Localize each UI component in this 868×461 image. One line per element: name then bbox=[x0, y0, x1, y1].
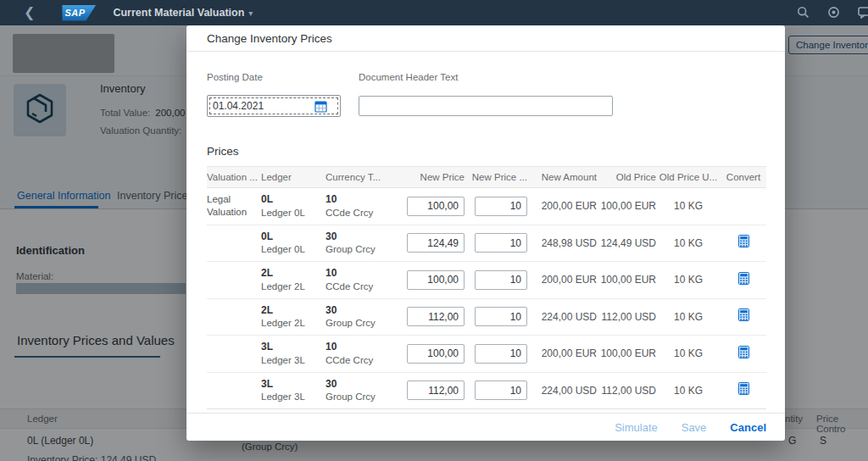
old-price: 124,49 USD bbox=[597, 237, 656, 249]
back-icon[interactable]: ❮ bbox=[24, 6, 35, 19]
col-old-price: Old Price bbox=[597, 172, 656, 182]
col-currency-type: Currency T... bbox=[326, 172, 398, 182]
new-price-unit-input[interactable] bbox=[475, 380, 527, 400]
save-button[interactable]: Save bbox=[682, 421, 707, 434]
valuation-area: Legal Valuation bbox=[207, 193, 261, 219]
col-new-price: New Price bbox=[398, 172, 465, 182]
new-amount: 200,00 EUR bbox=[527, 347, 597, 359]
currency-desc: CCde Crcy bbox=[326, 354, 398, 368]
old-price-unit: 10 KG bbox=[656, 237, 721, 249]
ledger-code: 0L bbox=[261, 192, 326, 206]
currency-type: 10 bbox=[326, 266, 398, 280]
change-inventory-prices-dialog: Change Inventory Prices Posting Date Doc… bbox=[186, 25, 785, 441]
col-valuation: Valuation ... bbox=[207, 172, 261, 182]
dialog-footer: Simulate Save Cancel bbox=[186, 413, 785, 441]
currency-type: 30 bbox=[326, 303, 398, 317]
chat-icon[interactable] bbox=[858, 6, 868, 19]
col-new-amount: New Amount bbox=[527, 172, 597, 182]
ledger-code: 3L bbox=[261, 340, 326, 353]
new-price-unit-input[interactable] bbox=[475, 344, 527, 364]
new-price-unit-input[interactable] bbox=[475, 233, 527, 253]
price-row: 3LLedger 3L 30Group Crcy 224,00 USD 112,… bbox=[207, 373, 766, 410]
simulate-button[interactable]: Simulate bbox=[615, 421, 658, 434]
new-amount: 224,00 USD bbox=[527, 311, 597, 323]
sap-logo[interactable]: SAP bbox=[62, 5, 96, 21]
title-dropdown-caret-icon[interactable]: ▾ bbox=[248, 8, 253, 18]
shell-title[interactable]: Current Material Valuation bbox=[113, 7, 244, 19]
prices-table: Valuation ... Ledger Currency T... New P… bbox=[207, 166, 766, 409]
convert-calculator-icon[interactable] bbox=[721, 346, 766, 362]
old-price-unit: 10 KG bbox=[656, 347, 721, 359]
posting-date-field bbox=[207, 95, 341, 117]
col-new-price-unit: New Price ... bbox=[465, 172, 527, 182]
new-price-input[interactable] bbox=[407, 380, 465, 400]
new-amount: 224,00 USD bbox=[527, 385, 597, 397]
ledger-desc: Ledger 2L bbox=[261, 280, 326, 294]
old-price-unit: 10 KG bbox=[656, 274, 721, 286]
dialog-title: Change Inventory Prices bbox=[207, 32, 332, 45]
currency-desc: CCde Crcy bbox=[326, 207, 398, 220]
posting-date-label: Posting Date bbox=[207, 72, 263, 82]
convert-calculator-icon[interactable] bbox=[721, 272, 766, 288]
new-price-input[interactable] bbox=[407, 233, 465, 253]
ledger-code: 2L bbox=[261, 303, 326, 317]
old-price: 100,00 EUR bbox=[597, 274, 656, 286]
new-amount: 200,00 EUR bbox=[527, 200, 597, 212]
old-price: 112,00 USD bbox=[597, 385, 656, 397]
currency-desc: Group Crcy bbox=[326, 317, 398, 330]
new-price-input[interactable] bbox=[407, 197, 465, 216]
old-price-unit: 10 KG bbox=[656, 385, 721, 397]
old-price: 100,00 EUR bbox=[597, 347, 656, 359]
col-old-price-unit: Old Price U... bbox=[656, 172, 721, 182]
convert-calculator-icon[interactable] bbox=[721, 308, 766, 325]
new-price-unit-input[interactable] bbox=[475, 307, 527, 326]
document-header-text-label: Document Header Text bbox=[359, 72, 458, 82]
new-amount: 200,00 EUR bbox=[527, 274, 597, 286]
old-price: 112,00 USD bbox=[597, 311, 656, 323]
old-price-unit: 10 KG bbox=[656, 311, 721, 323]
posting-date-input[interactable] bbox=[208, 100, 313, 112]
ledger-desc: Ledger 0L bbox=[261, 207, 326, 220]
ledger-desc: Ledger 2L bbox=[261, 317, 326, 330]
price-row: 3LLedger 3L 10CCde Crcy 200,00 EUR 100,0… bbox=[207, 336, 766, 373]
currency-type: 30 bbox=[326, 377, 398, 391]
currency-desc: Group Crcy bbox=[326, 243, 398, 257]
col-ledger: Ledger bbox=[261, 172, 326, 182]
app-screen: Change Inventory Inventory Total Value: … bbox=[0, 0, 868, 461]
price-row: 2LLedger 2L 10CCde Crcy 200,00 EUR 100,0… bbox=[207, 262, 766, 299]
ledger-desc: Ledger 3L bbox=[261, 354, 326, 368]
prices-section-title: Prices bbox=[207, 145, 239, 158]
calendar-icon[interactable] bbox=[314, 100, 327, 113]
currency-desc: Group Crcy bbox=[326, 391, 398, 404]
ledger-code: 3L bbox=[261, 377, 326, 391]
ledger-code: 2L bbox=[261, 266, 326, 280]
ledger-desc: Ledger 3L bbox=[261, 391, 326, 404]
new-price-input[interactable] bbox=[407, 307, 465, 326]
old-price: 100,00 EUR bbox=[597, 200, 656, 212]
col-convert: Convert bbox=[721, 172, 766, 182]
new-price-unit-input[interactable] bbox=[475, 270, 527, 290]
search-icon[interactable] bbox=[797, 6, 810, 19]
dialog-header: Change Inventory Prices bbox=[186, 25, 785, 52]
document-header-text-input[interactable] bbox=[359, 96, 613, 116]
price-row: Legal Valuation 0LLedger 0L 10CCde Crcy … bbox=[207, 188, 766, 225]
currency-type: 10 bbox=[326, 340, 398, 353]
currency-type: 30 bbox=[326, 230, 398, 243]
cancel-button[interactable]: Cancel bbox=[730, 421, 766, 434]
old-price-unit: 10 KG bbox=[656, 200, 721, 212]
ledger-code: 0L bbox=[261, 230, 326, 243]
convert-calculator-icon[interactable] bbox=[721, 235, 766, 251]
new-amount: 248,98 USD bbox=[527, 237, 597, 249]
new-price-unit-input[interactable] bbox=[475, 197, 527, 216]
currency-desc: CCde Crcy bbox=[326, 280, 398, 294]
currency-type: 10 bbox=[326, 192, 398, 206]
new-price-input[interactable] bbox=[407, 270, 465, 290]
copilot-icon[interactable] bbox=[827, 6, 841, 19]
prices-table-header-row: Valuation ... Ledger Currency T... New P… bbox=[207, 166, 766, 188]
shell-bar: ❮ SAP Current Material Valuation ▾ bbox=[0, 0, 868, 25]
new-price-input[interactable] bbox=[407, 344, 465, 364]
price-row: 2LLedger 2L 30Group Crcy 224,00 USD 112,… bbox=[207, 299, 766, 336]
ledger-desc: Ledger 0L bbox=[261, 243, 326, 257]
price-row: 0LLedger 0L 30Group Crcy 248,98 USD 124,… bbox=[207, 225, 766, 263]
convert-calculator-icon[interactable] bbox=[721, 382, 766, 398]
